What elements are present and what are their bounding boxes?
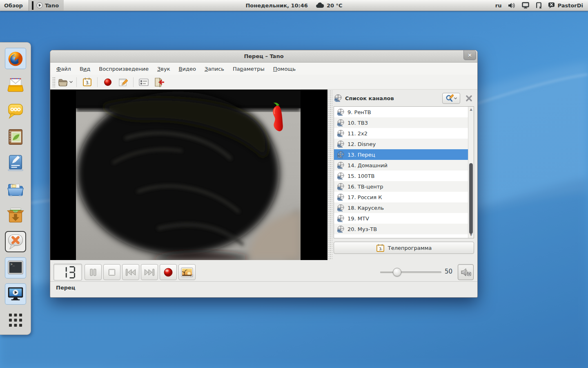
snapshot-image-icon [181,267,193,277]
channel-label: 13. Перец [347,152,375,158]
notes-button[interactable] [116,76,129,88]
volume-handle[interactable] [393,268,401,276]
channel-list: 9. РенТВ 10. ТВ3 11. 2x2 12. Disney 13. … [334,106,474,238]
tv-guide-panel-button[interactable]: Телепрограмма [334,242,474,254]
dock-item-terminal[interactable]: >_ [5,257,26,278]
scrollbar-thumb[interactable] [469,163,473,234]
dock-item-tano-player[interactable] [5,283,26,305]
channel-label: 9. РенТВ [347,109,371,115]
toolbar-drag-handle[interactable] [52,77,55,88]
volume-slider[interactable] [380,272,441,273]
menu-5[interactable]: Видео [179,66,196,72]
settings-icon [138,78,149,87]
channel-row[interactable]: 18. Карусель [334,202,468,213]
channel-label: 12. Disney [347,141,376,147]
channel-label: 18. Карусель [347,205,384,211]
dock-item-photo-manager[interactable] [5,126,26,148]
channel-row[interactable]: 13. Перец [334,149,468,160]
channel-label: 10. ТВ3 [347,120,368,126]
mute-button[interactable] [458,264,474,280]
volume-value: 50 [445,268,452,275]
display-icon[interactable] [522,2,529,9]
settings-button[interactable] [137,76,150,88]
overview-label: Обзор [4,2,23,9]
channel-row[interactable]: 20. Муз-ТВ [334,224,468,234]
channel-panel-close-button[interactable] [463,93,474,103]
video-frame [76,90,301,260]
taskbar-tano-button[interactable]: Tano [29,0,64,11]
menu-8[interactable]: Помощь [273,66,296,72]
menu-6[interactable]: Запись [205,66,224,72]
pane-splitter[interactable] [328,90,332,260]
video-area[interactable] [50,90,327,260]
record-button[interactable] [101,76,114,88]
playback-controls: 50 [50,263,477,281]
menu-3[interactable]: Воспроизведение [99,66,149,72]
notes-icon [118,77,128,87]
channel-row[interactable]: 16. ТВ-центр [334,181,468,192]
channel-row[interactable]: 15. 100ТВ [334,171,468,181]
next-button[interactable] [141,264,158,280]
open-playlist-button[interactable] [58,76,73,88]
dock-item-app-grid[interactable] [5,310,26,331]
terminal-icon: >_ [6,258,25,277]
dock-item-text-editor[interactable] [5,153,26,174]
channel-label: 20. Муз-ТВ [347,226,377,232]
channel-label: 14. Домашний [347,162,388,168]
user-menu[interactable]: PastorDi [548,2,584,9]
channel-rows: 9. РенТВ 10. ТВ3 11. 2x2 12. Disney 13. … [334,107,468,238]
dock-item-archive-manager[interactable]: HOLIDAY [5,205,26,226]
quit-button[interactable] [152,76,165,88]
snapshot-button[interactable] [178,264,196,280]
channel-row[interactable]: 11. 2x2 [334,128,468,139]
menu-2[interactable]: Вид [80,66,90,72]
pause-button[interactable] [85,264,102,280]
overview-button[interactable]: Обзор [0,0,29,11]
channel-edit-button[interactable] [442,93,460,104]
stop-button[interactable] [103,264,120,280]
previous-icon [125,269,136,276]
device-removed-icon[interactable] [535,2,542,9]
channel-panel-title: Список каналов [345,95,394,101]
menu-4[interactable]: Звук [157,66,170,72]
window-close-button[interactable]: × [463,50,476,60]
scroll-down-arrow[interactable]: ▼ [468,233,474,238]
top-panel: Обзор Tano Понедельник, 10:46 20 °C ru [0,0,588,11]
toolbar [50,75,477,90]
previous-button[interactable] [122,264,139,280]
scroll-up-arrow[interactable]: ▲ [468,107,474,112]
channel-row[interactable]: 17. Россия К [334,192,468,202]
channel-row[interactable]: 19. MTV [334,213,468,224]
record-icon [163,267,173,277]
toolbar-separator [133,77,134,87]
menu-bar: ФайлВидВоспроизведениеЗвукВидеоЗаписьПар… [50,63,477,75]
channel-row[interactable]: 14. Домашний [334,160,468,171]
archive-box-icon: HOLIDAY [6,206,25,225]
title-bar[interactable]: Перец – Tano × [50,50,477,63]
dock-item-email[interactable] [5,74,26,95]
weather-area: 20 °C [316,2,343,9]
keyboard-layout-indicator[interactable]: ru [495,2,502,9]
dock: HOLIDAY >_ [0,42,31,335]
channel-row[interactable]: 12. Disney [334,139,468,149]
search-edit-icon [445,94,454,102]
clock-area[interactable]: Понедельник, 10:46 20 °C [245,2,342,9]
dock-item-chat[interactable] [5,100,26,121]
channel-row[interactable]: 9. РенТВ [334,107,468,117]
volume-icon[interactable] [508,2,516,9]
toolbar-separator [76,77,77,87]
dock-item-file-manager[interactable] [5,179,26,200]
chat-status-icon [548,2,555,9]
channel-row[interactable]: 10. ТВ3 [334,117,468,128]
chat-icon [6,101,25,120]
exit-door-icon [154,77,164,87]
dock-item-firefox[interactable] [5,48,26,69]
channel-scrollbar[interactable]: ▲ ▼ [468,107,474,238]
record-playback-button[interactable] [160,264,177,280]
menu-7[interactable]: Параметры [233,66,265,72]
status-channel-label: Перец [56,285,75,291]
dock-item-chat-error[interactable] [5,231,26,252]
tv-guide-button[interactable] [80,76,94,88]
channel-reel-icon [336,108,344,116]
menu-1[interactable]: Файл [56,66,71,72]
